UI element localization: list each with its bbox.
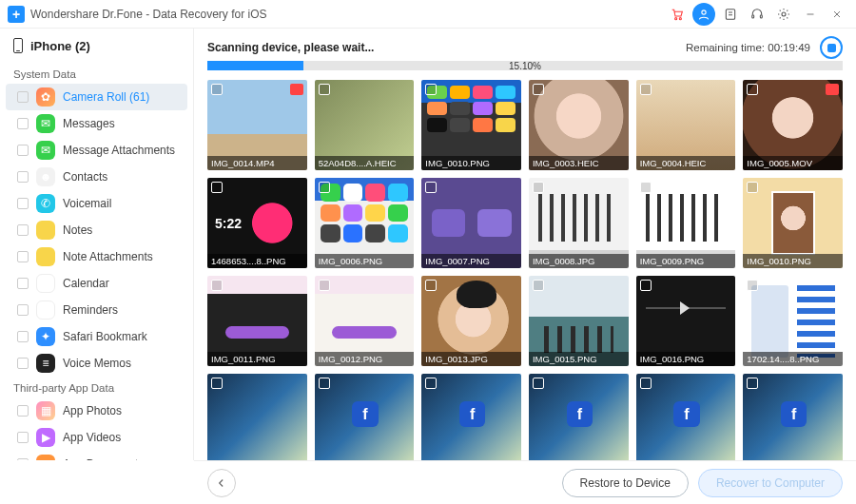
thumbnail-checkbox[interactable] <box>425 378 437 389</box>
category-label: Calendar <box>63 277 109 290</box>
feedback-icon[interactable] <box>719 3 742 26</box>
thumbnail-checkbox[interactable] <box>425 182 437 193</box>
category-label: App Document <box>63 457 138 460</box>
thumbnail[interactable] <box>743 374 843 460</box>
sidebar-item-reminders[interactable]: 7Reminders <box>0 297 193 323</box>
checkbox[interactable] <box>17 251 29 262</box>
thumbnail-checkbox[interactable] <box>747 84 758 95</box>
thumbnail-checkbox[interactable] <box>747 280 758 291</box>
thumbnail[interactable]: IMG_0012.PNG <box>315 276 415 366</box>
thumbnail-checkbox[interactable] <box>533 182 544 193</box>
category-label: Contacts <box>63 170 107 184</box>
back-button[interactable] <box>207 469 236 497</box>
checkbox[interactable] <box>17 198 29 209</box>
thumbnail-checkbox[interactable] <box>640 280 652 291</box>
thumbnail[interactable] <box>315 374 415 460</box>
thumbnail-checkbox[interactable] <box>319 378 330 389</box>
checkbox[interactable] <box>17 331 29 342</box>
checkbox[interactable] <box>17 171 29 183</box>
thumbnail-checkbox[interactable] <box>640 84 652 95</box>
thumbnail-scroll[interactable]: IMG_0014.MP452A04D8....A.HEICIMG_0010.PN… <box>194 80 856 460</box>
cart-icon[interactable] <box>666 3 689 26</box>
thumbnail-checkbox[interactable] <box>425 84 437 95</box>
thumbnail-checkbox[interactable] <box>211 182 223 193</box>
thumbnail[interactable]: IMG_0008.JPG <box>529 178 629 268</box>
settings-gear-icon[interactable] <box>772 3 795 26</box>
thumbnail[interactable] <box>207 374 307 460</box>
checkbox[interactable] <box>17 458 29 460</box>
checkbox[interactable] <box>17 304 29 316</box>
thumbnail-checkbox[interactable] <box>533 84 544 95</box>
thumbnail-checkbox[interactable] <box>640 378 652 389</box>
device-header[interactable]: iPhone (2) <box>0 29 193 63</box>
thumbnail[interactable]: 5:221468653....8..PNG <box>207 178 307 268</box>
category-icon: 7 <box>36 300 55 320</box>
sidebar-item-message-attachments[interactable]: ✉Message Attachments <box>0 137 193 164</box>
sidebar-item-notes[interactable]: Notes <box>0 217 193 243</box>
category-icon: ≡ <box>36 354 55 373</box>
category-icon: 7 <box>36 274 55 293</box>
thumbnail-checkbox[interactable] <box>319 84 330 95</box>
category-icon: ✉ <box>36 141 55 160</box>
checkbox[interactable] <box>17 278 29 289</box>
thumbnail[interactable]: IMG_0005.MOV <box>743 80 843 170</box>
thumbnail-checkbox[interactable] <box>211 280 223 291</box>
checkbox[interactable] <box>17 145 29 156</box>
thumbnail[interactable]: IMG_0015.PNG <box>529 276 629 366</box>
checkbox[interactable] <box>17 118 29 129</box>
checkbox[interactable] <box>17 224 29 236</box>
thumbnail[interactable]: 52A04D8....A.HEIC <box>315 80 415 170</box>
restore-to-device-button[interactable]: Restore to Device <box>562 469 689 497</box>
thumbnail-checkbox[interactable] <box>747 182 758 193</box>
thumbnail[interactable]: 1702.14....8..PNG <box>743 276 843 366</box>
sidebar-item-voicemail[interactable]: ✆Voicemail <box>0 190 193 217</box>
sidebar-item-note-attachments[interactable]: Note Attachments <box>0 243 193 270</box>
svg-point-0 <box>675 17 677 19</box>
sidebar-item-camera-roll-61-[interactable]: ✿Camera Roll (61) <box>6 84 187 110</box>
checkbox[interactable] <box>17 405 29 417</box>
thumbnail[interactable]: IMG_0011.PNG <box>207 276 307 366</box>
thumbnail-checkbox[interactable] <box>211 378 223 389</box>
thumbnail[interactable] <box>529 374 629 460</box>
thumbnail-checkbox[interactable] <box>533 378 544 389</box>
sidebar-item-app-document[interactable]: ≣App Document <box>0 451 193 460</box>
checkbox[interactable] <box>17 358 29 369</box>
thumbnail-checkbox[interactable] <box>747 378 758 389</box>
thumbnail-checkbox[interactable] <box>425 280 437 291</box>
thumbnail-checkbox[interactable] <box>211 84 223 95</box>
checkbox[interactable] <box>17 91 29 103</box>
thumbnail-checkbox[interactable] <box>640 182 652 193</box>
sidebar-item-app-videos[interactable]: ▶App Videos <box>0 424 193 451</box>
thumbnail[interactable] <box>421 374 521 460</box>
thumbnail[interactable] <box>636 374 736 460</box>
thumbnail[interactable]: IMG_0003.HEIC <box>529 80 629 170</box>
sidebar-item-app-photos[interactable]: ▦App Photos <box>0 397 193 424</box>
thumbnail-caption: IMG_0008.JPG <box>529 254 629 268</box>
thumbnail[interactable]: IMG_0009.PNG <box>636 178 736 268</box>
thumbnail[interactable]: IMG_0016.PNG <box>636 276 736 366</box>
thumbnail[interactable]: IMG_0010.PNG <box>743 178 843 268</box>
window-close-icon[interactable] <box>826 3 848 26</box>
sidebar-item-calendar[interactable]: 7Calendar <box>0 270 193 297</box>
thumbnail-checkbox[interactable] <box>319 182 330 193</box>
sidebar-item-contacts[interactable]: ☻Contacts <box>0 164 193 190</box>
thumbnail-caption: IMG_0015.PNG <box>529 352 629 366</box>
sidebar-item-voice-memos[interactable]: ≡Voice Memos <box>0 350 193 377</box>
thumbnail[interactable]: IMG_0006.PNG <box>315 178 415 268</box>
thumbnail[interactable]: IMG_0004.HEIC <box>636 80 736 170</box>
sidebar-item-safari-bookmark[interactable]: ✦Safari Bookmark <box>0 323 193 350</box>
thumbnail[interactable]: IMG_0014.MP4 <box>207 80 307 170</box>
category-label: Safari Bookmark <box>63 330 147 343</box>
support-headset-icon[interactable] <box>746 3 768 26</box>
sidebar-item-messages[interactable]: ✉Messages <box>0 110 193 137</box>
video-badge-icon <box>826 84 839 95</box>
thumbnail-checkbox[interactable] <box>533 280 544 291</box>
checkbox[interactable] <box>17 432 29 443</box>
user-account-icon[interactable] <box>692 3 715 26</box>
thumbnail[interactable]: IMG_0013.JPG <box>421 276 521 366</box>
thumbnail[interactable]: IMG_0010.PNG <box>421 80 521 170</box>
thumbnail[interactable]: IMG_0007.PNG <box>421 178 521 268</box>
thumbnail-checkbox[interactable] <box>319 280 330 291</box>
window-minimize-icon[interactable] <box>799 3 822 26</box>
stop-scan-button[interactable] <box>820 36 843 59</box>
